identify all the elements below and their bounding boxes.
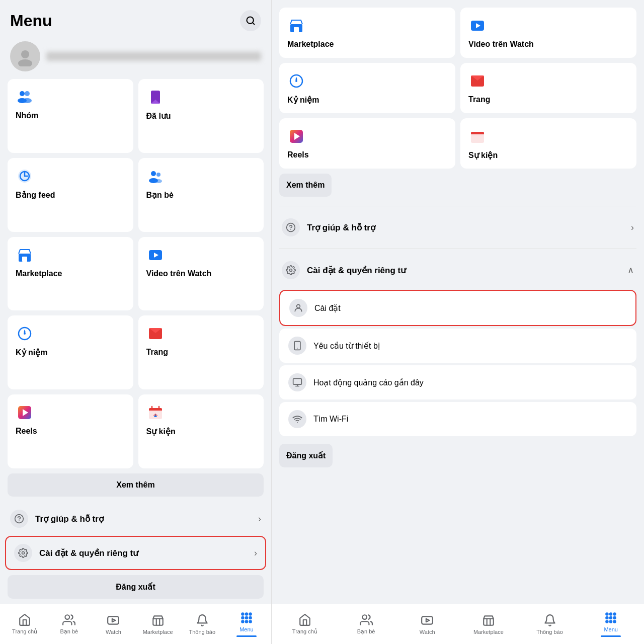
svg-point-68	[290, 269, 292, 272]
right-tab-ban-be[interactable]: Bạn bè	[336, 609, 397, 639]
grid-item-nhom[interactable]: Nhóm	[8, 79, 133, 153]
right-sukien-icon	[468, 127, 487, 145]
svg-point-85	[605, 616, 609, 620]
tro-giup-row[interactable]: Trợ giúp & hỗ trợ ›	[0, 502, 271, 536]
yeu-cau-label: Yêu cầu từ thiết bị	[313, 341, 380, 351]
grid-item-banbe[interactable]: Bạn bè	[138, 158, 264, 232]
right-home-icon	[298, 613, 311, 626]
svg-point-46	[249, 612, 252, 616]
tab-trang-chu[interactable]: Trang chủ	[3, 609, 47, 639]
right-cai-dat-section-label: Cài đặt & quyền riêng tư	[307, 265, 620, 276]
right-wifi-item[interactable]: Tìm Wi-Fi	[279, 402, 636, 436]
tab-thong-bao-label: Thông báo	[189, 629, 215, 635]
watch-tab-icon	[107, 614, 120, 627]
right-grid-reels[interactable]: Reels	[279, 118, 455, 169]
right-grid-sukien[interactable]: Sự kiện	[460, 118, 636, 169]
left-panel: Menu Nhóm Đã lưu	[0, 0, 272, 644]
right-trang-label: Trang	[468, 95, 628, 104]
right-watch-icon	[468, 17, 487, 35]
nhom-label: Nhóm	[16, 111, 125, 120]
right-tro-giup-row[interactable]: Trợ giúp & hỗ trợ ›	[272, 210, 644, 245]
cai-dat-account-icon	[289, 299, 307, 317]
right-see-more-button[interactable]: Xem thêm	[279, 174, 332, 197]
svg-marker-40	[112, 618, 116, 622]
svg-point-45	[245, 612, 249, 616]
svg-point-23	[24, 333, 26, 335]
kyniem-icon	[16, 325, 34, 343]
right-tab-marketplace[interactable]: Marketplace	[458, 610, 519, 639]
grid-item-reels[interactable]: Reels	[8, 394, 133, 468]
right-reels-icon	[287, 127, 305, 145]
tab-ban-be-label: Bạn bè	[60, 628, 78, 635]
search-icon	[246, 16, 256, 26]
svg-point-51	[245, 620, 249, 623]
reels-icon	[16, 404, 34, 422]
marketplace-icon	[16, 246, 34, 264]
grid-item-daluu[interactable]: Đã lưu	[138, 79, 264, 153]
dang-xuat-button[interactable]: Đăng xuất	[8, 575, 264, 599]
right-kyniem-icon	[287, 72, 305, 90]
watch-label: Video trên Watch	[146, 269, 256, 278]
right-tab-watch[interactable]: Watch	[396, 610, 458, 639]
tab-menu[interactable]: Menu	[224, 607, 269, 641]
svg-point-15	[156, 173, 160, 177]
grid-item-sukien[interactable]: Sự kiện	[138, 394, 264, 468]
see-more-button[interactable]: Xem thêm	[8, 473, 264, 497]
right-hoat-dong-item[interactable]: Hoạt động quảng cáo gần đây	[279, 365, 636, 399]
search-button[interactable]	[240, 10, 261, 31]
right-grid-kyniem[interactable]: Kỷ niệm	[279, 63, 455, 113]
right-watch-label: Video trên Watch	[468, 40, 628, 49]
right-tro-giup-label: Trợ giúp & hỗ trợ	[307, 222, 624, 233]
bangfeed-icon	[16, 167, 34, 185]
tab-marketplace[interactable]: Marketplace	[136, 610, 180, 639]
right-tab-trang-chu-label: Trang chủ	[292, 628, 317, 635]
grid-item-kyniem[interactable]: Kỷ niệm	[8, 315, 133, 389]
left-header: Menu	[0, 0, 271, 36]
divider-1	[279, 206, 636, 206]
right-cai-dat-section-row[interactable]: Cài đặt & quyền riêng tư ∧	[272, 253, 644, 287]
grid-item-watch[interactable]: Video trên Watch	[138, 237, 264, 311]
avatar-icon	[15, 46, 35, 66]
right-tab-active-bar	[601, 635, 621, 637]
right-grid-marketplace[interactable]: Marketplace	[279, 8, 455, 58]
left-tab-bar: Trang chủ Bạn bè Watch Marketplace Thông…	[0, 604, 271, 644]
right-tab-thong-bao[interactable]: Thông báo	[519, 610, 581, 639]
right-yeu-cau-item[interactable]: Yêu cầu từ thiết bị	[279, 329, 636, 363]
grid-item-bangfeed[interactable]: Bảng feed	[8, 158, 133, 232]
svg-point-52	[249, 620, 252, 623]
right-sukien-label: Sự kiện	[468, 150, 628, 160]
svg-rect-72	[293, 379, 302, 385]
right-tab-trang-chu[interactable]: Trang chủ	[274, 609, 336, 639]
grid-item-trang[interactable]: Trang	[138, 315, 264, 389]
reels-label: Reels	[16, 427, 125, 436]
right-cai-dat-item[interactable]: Cài đặt	[279, 290, 636, 326]
page-title: Menu	[10, 12, 52, 30]
right-friends-icon	[360, 613, 373, 626]
right-grid-watch[interactable]: Video trên Watch	[460, 8, 636, 58]
right-dang-xuat-button[interactable]: Đăng xuất	[279, 444, 333, 467]
banbe-icon	[146, 167, 165, 185]
right-cai-dat-chevron: ∧	[627, 265, 634, 276]
svg-point-83	[609, 612, 613, 616]
tab-thong-bao[interactable]: Thông báo	[180, 610, 224, 639]
right-tab-menu[interactable]: Menu	[580, 607, 641, 641]
right-watch-tab-icon	[421, 614, 434, 627]
right-tab-watch-label: Watch	[420, 629, 435, 635]
user-profile-area[interactable]	[0, 36, 271, 79]
tab-ban-be[interactable]: Bạn bè	[47, 609, 91, 639]
svg-rect-41	[153, 618, 163, 625]
right-grid-trang[interactable]: Trang	[460, 63, 636, 113]
menu-dots-icon	[240, 611, 253, 624]
wifi-icon	[288, 410, 306, 428]
svg-point-86	[609, 616, 613, 620]
right-reels-label: Reels	[287, 150, 447, 159]
grid-item-marketplace[interactable]: Marketplace	[8, 237, 133, 311]
right-cai-dat-section-icon	[282, 261, 300, 279]
cai-dat-section-row[interactable]: Cài đặt & quyền riêng tư ›	[5, 536, 266, 570]
svg-rect-39	[108, 616, 119, 624]
svg-point-44	[241, 612, 245, 616]
svg-rect-19	[22, 257, 27, 262]
tro-giup-icon	[10, 510, 28, 528]
svg-point-87	[613, 616, 617, 620]
tab-watch[interactable]: Watch	[91, 610, 135, 639]
